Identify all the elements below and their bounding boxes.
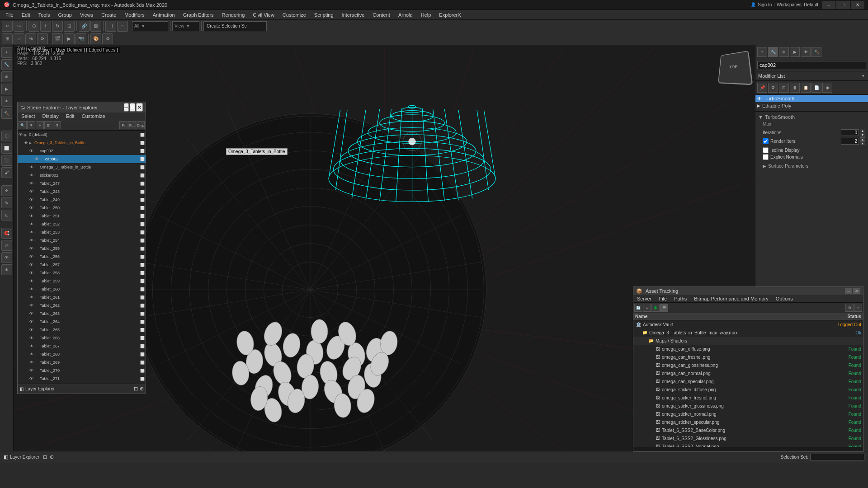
mod-toggle-icon[interactable]: ⊡ bbox=[779, 83, 789, 93]
spinner-snap[interactable]: ⟳ bbox=[37, 33, 48, 44]
hide-btn[interactable]: 👁 bbox=[1, 252, 12, 263]
se-layer-row[interactable]: 👁 · Tablet_260 ⬜ bbox=[18, 285, 146, 293]
select-object-btn[interactable]: ⬡ bbox=[1, 131, 12, 141]
at-asset-row[interactable]: 🖼 omega_can_specular.png Found bbox=[633, 377, 863, 385]
se-search-btn[interactable]: 🔍 bbox=[19, 121, 27, 129]
se-layer-row[interactable]: 👁 · Tablet_254 ⬜ bbox=[18, 236, 146, 244]
asset-tracking-titlebar[interactable]: 📦 Asset Tracking – ✕ bbox=[633, 287, 863, 295]
at-close-btn[interactable]: ✕ bbox=[853, 288, 860, 294]
se-filter-btn[interactable]: ▼ bbox=[27, 121, 35, 129]
rotate-gizmo-btn[interactable]: ↻ bbox=[1, 197, 12, 208]
se-layer-row[interactable]: 👁 · Tablet_252 ⬜ bbox=[18, 220, 146, 228]
se-col-btn-3[interactable]: Disp bbox=[137, 121, 145, 129]
view-dropdown-arrow[interactable]: ▼ bbox=[186, 24, 190, 28]
rotate-button[interactable]: ↻ bbox=[52, 21, 63, 32]
scene-explorer-content[interactable]: 👁 ◉ 0 (default) ⬜ 👁 ▶ Omega_3_Tablets_in… bbox=[18, 131, 146, 384]
iterations-input[interactable] bbox=[841, 129, 859, 136]
at-asset-row[interactable]: 🖼 Tablet_6_SSS2_Normal.png Found bbox=[633, 442, 863, 447]
se-layer-row[interactable]: 👁 · Tablet_268 ⬜ bbox=[18, 350, 146, 358]
display-panel-btn[interactable]: 👁 bbox=[1, 96, 12, 107]
menu-graph-editors[interactable]: Graph Editors bbox=[179, 11, 217, 19]
select-region-btn[interactable]: ⬜ bbox=[1, 143, 12, 154]
se-layer-row[interactable]: 👁 · Tablet_270 ⬜ bbox=[18, 366, 146, 375]
menu-modifiers[interactable]: Modifiers bbox=[121, 11, 148, 19]
menu-help[interactable]: Help bbox=[417, 11, 435, 19]
se-layer-row[interactable]: 👁 · Omega_3_Tablets_in_Bottle ⬜ bbox=[18, 163, 146, 171]
se-layer-row[interactable]: 👁 · Tablet_258 ⬜ bbox=[18, 269, 146, 277]
close-button[interactable]: ✕ bbox=[851, 1, 864, 9]
at-list-btn[interactable]: ≡ bbox=[643, 304, 651, 312]
display-tab[interactable]: 👁 bbox=[801, 47, 811, 57]
isoline-checkbox[interactable] bbox=[763, 147, 769, 153]
menu-tools[interactable]: Tools bbox=[35, 11, 54, 19]
at-asset-row[interactable]: 🖼 Tablet_6_SSS2_BaseColor.png Found bbox=[633, 426, 863, 434]
render-scene[interactable]: 🎬 bbox=[52, 33, 63, 44]
scene-explorer-controls[interactable]: – □ ✕ bbox=[124, 103, 143, 112]
motion-panel-btn[interactable]: ▶ bbox=[1, 84, 12, 94]
navigation-cube[interactable]: TOP bbox=[715, 49, 751, 85]
redo-button[interactable]: ↪ bbox=[14, 21, 24, 32]
menu-content[interactable]: Content bbox=[369, 11, 394, 19]
object-name-input[interactable] bbox=[757, 61, 866, 69]
create-panel-btn[interactable]: + bbox=[1, 47, 12, 58]
se-menu-customize[interactable]: Customize bbox=[78, 113, 109, 120]
se-layer-row[interactable]: 👁 · Tablet_253 ⬜ bbox=[18, 228, 146, 236]
at-minimize-btn[interactable]: – bbox=[845, 288, 852, 294]
select-button[interactable]: ⬡ bbox=[28, 21, 39, 32]
se-menu-edit[interactable]: Edit bbox=[62, 113, 78, 120]
turbosmooth-section-arrow[interactable]: ▼ bbox=[758, 114, 763, 120]
menu-animation[interactable]: Animation bbox=[149, 11, 179, 19]
isolate-btn[interactable]: ◎ bbox=[1, 240, 12, 251]
at-detail-btn[interactable]: ☰ bbox=[660, 304, 668, 312]
iterations-down[interactable]: ▼ bbox=[860, 133, 865, 136]
menu-civil-view[interactable]: Civil View bbox=[249, 11, 278, 19]
se-layer-row[interactable]: 👁 · Tablet_257 ⬜ bbox=[18, 261, 146, 269]
render-setup[interactable]: ⚙ bbox=[102, 33, 113, 44]
menu-interactive[interactable]: Interactive bbox=[338, 11, 368, 19]
se-layer-row[interactable]: 👁 · sticker002 ⬜ bbox=[18, 171, 146, 179]
se-layer-row[interactable]: 👁 · Tablet_255 ⬜ bbox=[18, 244, 146, 253]
scene-explorer-titlebar[interactable]: 🗂 Scene Explorer - Layer Explorer – □ ✕ bbox=[18, 102, 146, 113]
menu-views[interactable]: Views bbox=[76, 11, 97, 19]
percent-snap[interactable]: % bbox=[25, 33, 36, 44]
se-add-layer-btn[interactable]: + bbox=[36, 121, 44, 129]
paint-select-btn[interactable]: 🖌 bbox=[1, 167, 12, 178]
at-asset-row[interactable]: 🖼 omega_sticker_diffuse.png Found bbox=[633, 385, 863, 394]
at-asset-row[interactable]: 🖼 omega_sticker_specular.png Found bbox=[633, 418, 863, 426]
material-editor[interactable]: 🎨 bbox=[90, 33, 101, 44]
at-menu-server[interactable]: Server bbox=[633, 295, 655, 302]
create-tab[interactable]: + bbox=[757, 47, 767, 57]
all-dropdown-arrow[interactable]: ▼ bbox=[141, 24, 145, 28]
hierarchy-tab[interactable]: ⊕ bbox=[779, 47, 789, 57]
menu-rendering[interactable]: Rendering bbox=[218, 11, 249, 19]
at-asset-row[interactable]: 🖼 omega_can_fresnel.png Found bbox=[633, 353, 863, 361]
unlink-button[interactable]: ⛓ bbox=[90, 21, 101, 32]
mod-delete-icon[interactable]: 🗑 bbox=[790, 83, 800, 93]
se-layer-row[interactable]: 👁 ▶ Omega_3_Tablets_in_Bottle ⬜ bbox=[18, 139, 146, 147]
iterations-up[interactable]: ▲ bbox=[860, 129, 865, 132]
create-selection-set-field[interactable]: Create Selection Se bbox=[203, 21, 267, 31]
explicit-normals-checkbox[interactable] bbox=[763, 154, 769, 160]
at-menu-paths[interactable]: Paths bbox=[670, 295, 690, 302]
at-asset-row[interactable]: 📂 Maps / Shaders bbox=[633, 337, 863, 345]
menu-edit[interactable]: Edit bbox=[18, 11, 34, 19]
turbosmooth-modifier-item[interactable]: 👁 TurboSmooth bbox=[755, 95, 868, 102]
menu-scripting[interactable]: Scripting bbox=[311, 11, 337, 19]
undo-button[interactable]: ↩ bbox=[2, 21, 13, 32]
at-asset-row[interactable]: 🖼 omega_sticker_fresnel.png Found bbox=[633, 394, 863, 402]
utilities-panel-btn[interactable]: 🔨 bbox=[1, 108, 12, 119]
window-controls[interactable]: – □ ✕ bbox=[822, 1, 864, 9]
align-button[interactable]: ≡ bbox=[117, 21, 128, 32]
at-horizontal-scrollbar[interactable] bbox=[633, 447, 863, 451]
at-settings-btn[interactable]: ⚙ bbox=[845, 304, 854, 312]
snap-btn[interactable]: 🧲 bbox=[1, 228, 12, 239]
move-gizmo-btn[interactable]: ✛ bbox=[1, 185, 12, 196]
scale-gizmo-btn[interactable]: ⊡ bbox=[1, 210, 12, 221]
mirror-button[interactable]: ⊣ bbox=[105, 21, 116, 32]
maximize-button[interactable]: □ bbox=[836, 1, 850, 9]
se-menu-select[interactable]: Select bbox=[18, 113, 39, 120]
render-iters-checkbox[interactable] bbox=[763, 138, 769, 144]
se-layer-row[interactable]: 👁 · Tablet_265 ⬜ bbox=[18, 326, 146, 334]
scene-explorer-restore[interactable]: □ bbox=[130, 103, 135, 112]
se-menu-display[interactable]: Display bbox=[39, 113, 62, 120]
